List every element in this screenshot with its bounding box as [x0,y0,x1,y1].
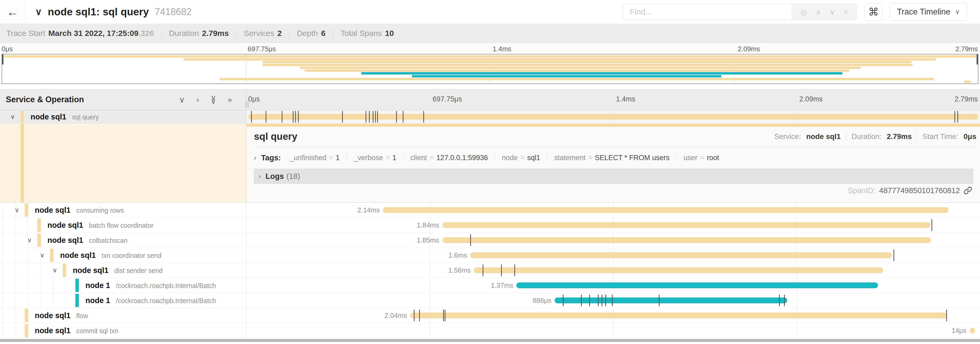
log-marker [377,111,378,123]
chevron-down-icon[interactable]: ∨ [7,113,18,120]
span-bar-cell[interactable]: 1.56ms [247,263,980,278]
span-bar[interactable] [383,207,948,213]
span-tree-item[interactable]: ∨node sql1txn coordinator send [0,248,247,263]
chevron-right-icon[interactable]: › [254,154,256,162]
expand-one-icon[interactable]: › [196,95,199,104]
span-bar-cell[interactable]: 2.04ms [247,308,980,323]
logs-accordion[interactable]: › Logs (18) [254,169,973,184]
log-marker [598,294,599,306]
span-row: ∨node sql1txn coordinator send 1.6ms [0,248,980,263]
trace-id: 7418682 [155,6,192,18]
service-color-accent [25,324,28,337]
span-bar[interactable] [474,267,883,273]
span-detail-block: sql query Service: node sql1 Duration: 2… [0,124,980,203]
minimap-canvas[interactable] [2,54,978,84]
indent-guide [40,263,40,278]
span-tree-item[interactable]: node sql1batch flow coordinator [0,218,247,233]
minimap-span-bar [305,69,849,72]
time-tick-label: 0μs [2,45,13,53]
log-marker [957,111,958,123]
time-tick-label: 697.75μs [248,45,276,53]
collapse-one-icon[interactable]: ∨ [179,95,185,104]
span-duration-label: 1.56ms [448,266,471,275]
next-match-icon[interactable]: ∨ [829,7,835,17]
log-marker [931,219,932,231]
log-marker [298,111,299,123]
log-marker [470,234,471,246]
span-operation-name: colbatchscan [89,237,127,245]
trace-start-value: March 31 2022, 17:25:09 [48,29,138,38]
collapse-all-icon[interactable]: ∨∨ [211,96,216,103]
service-color-accent [21,111,24,123]
span-bar[interactable] [410,312,947,318]
title-collapse-icon[interactable]: ∨ [35,6,42,18]
indent-guide [15,233,15,248]
span-duration-label: 1.37ms [491,282,513,290]
back-button[interactable]: ← [0,0,25,24]
scroll-to-match-icon[interactable]: ◎ [800,7,807,17]
span-bar[interactable] [470,252,892,258]
service-color-accent [37,219,41,232]
span-row: node 1/cockroach.roachpb.Internal/Batch … [0,293,980,308]
indent-guide [15,218,15,232]
span-operation-name: dist sender send [114,267,162,275]
trace-view-label: Trace Timeline [897,7,950,17]
chevron-down-icon: ∨ [955,8,960,16]
service-operation-header: Service & Operation ∨ › ∨∨ » [0,89,247,110]
tags-row[interactable]: › Tags: _unfinished=1 _verbose=1 client=… [254,147,976,169]
span-bar-cell[interactable]: 14μs [247,323,980,338]
span-tree-item[interactable]: node 1/cockroach.roachpb.Internal/Batch [0,293,247,308]
span-bar[interactable] [248,114,979,120]
span-bar-cell[interactable]: 1.37ms [247,278,980,293]
find-input[interactable] [623,4,792,20]
expand-all-icon[interactable]: » [228,95,232,104]
span-bar-cell[interactable]: 1.84ms [247,218,980,233]
span-tree-item[interactable]: ∨node sql1colbatchscan [0,233,247,248]
span-row: ∨node sql1colbatchscan 1.85ms [0,233,980,248]
span-row: node sql1batch flow coordinator 1.84ms [0,218,980,233]
link-icon[interactable] [964,186,972,195]
indent-guide [15,263,15,278]
service-operation-title: Service & Operation [6,95,84,104]
span-bar-cell[interactable]: 2.14ms [247,203,980,218]
log-marker [403,111,404,123]
find-controls: ◎ ∧ ∨ × [792,4,856,20]
span-detail-title: sql query [254,131,298,142]
span-tree-item[interactable]: node sql1flow [0,308,247,323]
span-bar-cell[interactable] [247,110,980,124]
span-tree-item[interactable]: node sql1commit sql txn [0,323,247,338]
span-bar-cell[interactable]: 1.6ms [247,248,980,263]
minimap-span-bar [183,58,936,61]
span-bar[interactable] [442,222,930,228]
span-bar-cell[interactable]: 886μs [247,293,980,308]
span-bar[interactable] [970,328,975,333]
prev-match-icon[interactable]: ∧ [815,7,821,17]
log-marker [443,310,444,321]
chevron-down-icon[interactable]: ∨ [49,267,60,274]
span-tree-item[interactable]: ∨node sql1sql query [0,110,247,124]
keyboard-shortcuts-button[interactable]: ⌘ [864,3,883,21]
clear-find-icon[interactable]: × [843,7,848,16]
time-tick-label: 2.79ms [955,95,978,103]
trace-view-selector[interactable]: Trace Timeline ∨ [890,3,967,21]
span-bar[interactable] [442,237,931,243]
viewport-left-scrubber[interactable] [2,54,3,64]
log-marker [779,294,780,306]
span-tree-item[interactable]: node 1/cockroach.roachpb.Internal/Batch [0,278,247,293]
chevron-down-icon[interactable]: ∨ [24,237,35,244]
chevron-down-icon[interactable]: ∨ [37,251,48,259]
log-marker [589,294,590,306]
tags-label: Tags: [261,154,281,162]
span-tree-item[interactable]: ∨node sql1dist sender send [0,263,247,278]
chevron-down-icon[interactable]: ∨ [12,206,22,214]
log-marker [251,111,252,123]
span-tree-item[interactable]: ∨node sql1consuming rows [0,203,247,218]
span-bar[interactable] [516,282,878,288]
span-service-name: node 1 [86,281,110,290]
viewport-right-scrubber[interactable] [977,54,978,64]
time-tick-label: 1.4ms [493,45,511,53]
span-bar-cell[interactable]: 1.85ms [247,233,980,248]
depth-label: Depth [297,29,318,38]
span-detail-panel: sql query Service: node sql1 Duration: 2… [247,124,980,202]
horizontal-scrollbar[interactable] [0,339,980,342]
